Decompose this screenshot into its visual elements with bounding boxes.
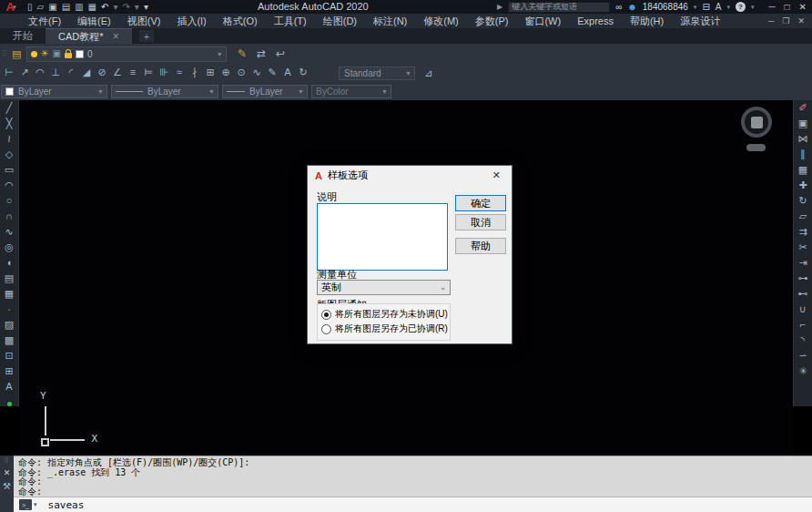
dim-linear-icon[interactable]: ⊢: [3, 67, 15, 77]
menu-insert[interactable]: 插入(I): [168, 15, 214, 28]
move-icon[interactable]: ✚: [797, 179, 810, 194]
line-icon[interactable]: ╱: [3, 102, 16, 117]
layer-properties-icon[interactable]: ▤: [10, 48, 24, 59]
offset-icon[interactable]: ∥: [797, 148, 810, 163]
command-input[interactable]: saveas: [48, 499, 85, 511]
dim-style-dropdown[interactable]: Standard ▼: [339, 67, 415, 80]
redo-icon[interactable]: ↷: [122, 3, 129, 12]
command-window-grip[interactable]: ⠿: [4, 457, 9, 465]
menu-yuanquan[interactable]: 源泉设计: [672, 15, 728, 28]
break-at-point-icon[interactable]: ⊶: [797, 272, 810, 287]
layer-lock-icon[interactable]: [65, 53, 72, 58]
layer-previous-icon[interactable]: ↩: [274, 48, 288, 59]
point-icon[interactable]: ∙: [3, 303, 16, 318]
menu-tools[interactable]: 工具(T): [266, 15, 315, 28]
region-icon[interactable]: ⊡: [3, 350, 16, 364]
dim-arc-length-icon[interactable]: ◠: [34, 67, 46, 77]
ellipse-icon[interactable]: ◎: [3, 241, 16, 256]
menu-edit[interactable]: 编辑(E): [69, 15, 119, 28]
erase-icon[interactable]: ✐: [797, 102, 810, 117]
command-window-wrench-icon[interactable]: ⚒: [3, 481, 11, 491]
cancel-button[interactable]: 取消: [455, 214, 506, 230]
dim-diameter-icon[interactable]: ⊘: [96, 67, 108, 77]
lineweight-caret-icon[interactable]: ▼: [208, 88, 215, 95]
menu-modify[interactable]: 修改(M): [415, 15, 467, 28]
color-control-dropdown[interactable]: ByLayer ▼: [1, 85, 107, 98]
qat-customize-icon[interactable]: ▾: [144, 3, 148, 12]
menu-express[interactable]: Express: [569, 15, 622, 26]
tolerance-icon[interactable]: ⊞: [204, 67, 217, 77]
search-input[interactable]: [508, 2, 610, 13]
scale-icon[interactable]: ▱: [797, 210, 810, 225]
navigation-wheel-center[interactable]: [751, 117, 763, 128]
doc-restore-button[interactable]: ❐: [782, 16, 789, 26]
linetype-caret-icon[interactable]: ▼: [298, 88, 304, 95]
command-window-close-icon[interactable]: ✕: [4, 468, 11, 477]
mirror-icon[interactable]: ⋈: [797, 133, 810, 148]
extend-icon[interactable]: ⇥: [797, 257, 810, 271]
layer-thaw-sun-icon[interactable]: ☀: [41, 49, 49, 58]
units-dropdown[interactable]: 英制 ⌄: [317, 280, 451, 295]
dim-continue-icon[interactable]: ⊪: [157, 67, 170, 77]
center-mark-icon[interactable]: ⊕: [219, 67, 232, 77]
make-block-icon[interactable]: ▦: [3, 288, 16, 302]
units-caret-icon[interactable]: ⌄: [440, 283, 446, 292]
app-menu-button[interactable]: A▾: [0, 0, 22, 14]
minimize-button[interactable]: ─: [768, 3, 775, 12]
layer-match-icon[interactable]: ⇄: [255, 48, 269, 59]
circle-icon[interactable]: ○: [3, 195, 16, 210]
doc-minimize-button[interactable]: ─: [768, 16, 774, 26]
command-input-row[interactable]: >_ ▾ saveas: [14, 497, 812, 512]
ellipse-arc-icon[interactable]: ◖: [3, 257, 16, 271]
open-file-icon[interactable]: ▱: [37, 3, 45, 12]
user-avatar-icon[interactable]: ☻: [627, 3, 637, 12]
dim-text-edit-icon[interactable]: A: [281, 67, 294, 77]
arc-icon[interactable]: ◠: [3, 179, 16, 194]
close-button[interactable]: ✕: [799, 3, 807, 12]
array-icon[interactable]: ▦: [797, 164, 810, 179]
search-expand-icon[interactable]: ▶: [497, 3, 502, 11]
command-history-panel[interactable]: 命令: 指定对角点或 [栏选(F)/圈围(WP)/圈交(CP)]:命令: _.e…: [0, 456, 812, 497]
dim-space-icon[interactable]: ≈: [173, 67, 186, 77]
menu-file[interactable]: 文件(F): [20, 15, 69, 28]
dim-update-icon[interactable]: ↻: [297, 67, 310, 77]
dim-ordinate-icon[interactable]: ⊥: [49, 67, 62, 77]
undo-icon[interactable]: ↶: [101, 3, 108, 12]
copy-icon[interactable]: ▣: [797, 118, 810, 132]
menu-dimension[interactable]: 标注(N): [365, 15, 415, 28]
polygon-icon[interactable]: ◇: [3, 148, 16, 163]
jogged-linear-icon[interactable]: ∿: [250, 67, 263, 77]
navigation-wheel-icon[interactable]: [741, 107, 772, 138]
dim-radius-icon[interactable]: ◜: [65, 67, 77, 77]
ok-button[interactable]: 确定: [455, 195, 506, 211]
new-tab-button[interactable]: +: [139, 30, 154, 42]
break-icon[interactable]: ⊷: [797, 288, 810, 302]
dim-aligned-icon[interactable]: ↗: [18, 67, 31, 77]
make-object-layer-current-icon[interactable]: ✎: [236, 48, 249, 59]
user-id[interactable]: 184068846: [643, 2, 688, 12]
save-as-icon[interactable]: ▤: [62, 3, 70, 12]
dim-edit-icon[interactable]: ✎: [266, 67, 279, 77]
hatch-icon[interactable]: ▨: [3, 319, 16, 333]
autodesk-menu-caret-icon[interactable]: ▾: [726, 4, 730, 11]
tab-start[interactable]: 开始: [0, 28, 46, 44]
help-button[interactable]: 帮助: [455, 238, 506, 254]
construction-line-icon[interactable]: ╳: [3, 118, 16, 132]
plot-icon[interactable]: ▥: [75, 3, 83, 12]
stretch-icon[interactable]: ⇉: [797, 226, 810, 241]
radio-row-unreconciled[interactable]: 将所有图层另存为未协调(U): [321, 307, 446, 322]
tab-drawing[interactable]: CAD教程* ✕: [46, 28, 132, 44]
polyline-icon[interactable]: ≀: [3, 133, 16, 148]
user-menu-caret-icon[interactable]: ▾: [694, 4, 697, 11]
undo-caret-icon[interactable]: ▾: [113, 3, 117, 12]
layer-dropdown-caret-icon[interactable]: ▼: [217, 51, 223, 57]
trim-icon[interactable]: ✂: [797, 241, 810, 256]
reconciled-radio[interactable]: [321, 324, 331, 334]
dim-style-manager-icon[interactable]: ⊿: [421, 67, 435, 78]
radio-row-reconciled[interactable]: 将所有图层另存为已协调(R): [321, 322, 446, 336]
layer-color-swatch[interactable]: [76, 50, 84, 58]
layer-on-bulb-icon[interactable]: [31, 51, 37, 57]
chamfer-icon[interactable]: ⌐: [797, 319, 810, 333]
command-recent-caret-icon[interactable]: ▾: [34, 501, 37, 508]
dialog-close-icon[interactable]: ✕: [489, 169, 504, 181]
